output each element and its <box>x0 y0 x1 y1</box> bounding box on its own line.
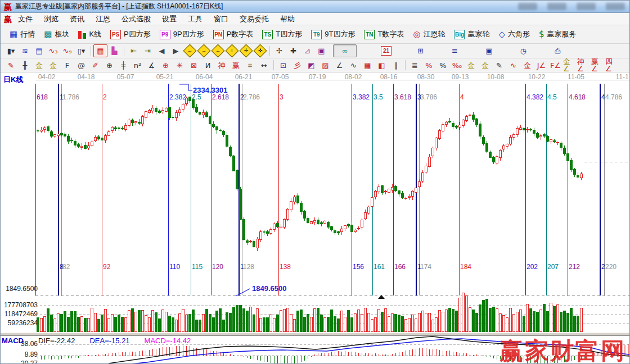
toolbar-button-p-square[interactable]: PSP四方形 <box>106 27 155 42</box>
toolbar-button-range-measure[interactable]: ↔ <box>257 59 271 72</box>
toolbar-button-pan-hand[interactable]: ✢ <box>272 44 286 57</box>
toolbar-button-pen-tool[interactable]: ✎ <box>4 59 18 72</box>
toolbar-button-save[interactable]: ▣ <box>482 44 496 57</box>
toolbar-button-shen-angle[interactable]: 神∠ <box>577 59 591 72</box>
toolbar-button-kline-period-select[interactable]: ▮▾ <box>4 44 18 57</box>
toolbar-button-fibonacci-lines[interactable]: F <box>60 59 74 72</box>
toolbar-button-number-grid[interactable]: ⌗ <box>243 59 257 72</box>
toolbar-button-calculator[interactable]: ⊞ <box>413 44 428 57</box>
toolbar-button-spiral-tool[interactable]: @ <box>74 59 88 72</box>
toolbar-button-clip-tool[interactable]: ▣ <box>314 44 328 57</box>
toolbar-button-crosshair[interactable]: ✚ <box>286 44 300 57</box>
toolbar-button-p-number-table[interactable]: PNP数字表 <box>209 27 258 42</box>
toolbar-button-pen-ruler[interactable]: ✐ <box>88 59 102 72</box>
toolbar-button-j-angle[interactable]: J∠ <box>534 59 548 72</box>
toolbar-button-ying-lines[interactable]: 赢 <box>229 59 243 72</box>
menu-item-帮助[interactable]: 帮助 <box>275 13 300 25</box>
toolbar-button-percent-tool[interactable]: % <box>436 59 450 72</box>
toolbar-button-diagonal-square[interactable]: ▨ <box>318 59 332 72</box>
toolbar-button-star-tool[interactable]: ✳ <box>173 59 187 72</box>
toolbar-button-go-last[interactable]: ⇥ <box>141 44 155 57</box>
menu-item-工具[interactable]: 工具 <box>183 13 208 25</box>
toolbar-button-gann-square[interactable]: ⊠ <box>187 59 201 72</box>
toolbar-button-expand-vertical[interactable]: ↕ <box>225 44 239 57</box>
toolbar-button-gold-vertical-2[interactable]: 金 <box>46 59 60 72</box>
toolbar-button-gold-vertical-1[interactable]: 金 <box>32 59 46 72</box>
toolbar-button-gold-line[interactable]: 金 <box>478 59 492 72</box>
window-control-button[interactable] <box>577 3 596 10</box>
toolbar-button-gann-tool-active[interactable]: ▦ <box>93 44 107 57</box>
toolbar-button-t-square[interactable]: TST四方形 <box>258 27 307 42</box>
toolbar-button-price-scale[interactable]: ≣ <box>408 59 422 72</box>
toolbar-button-angle-tool[interactable]: ∡ <box>145 59 159 72</box>
toolbar-button-go-first[interactable]: ⇤ <box>127 44 141 57</box>
toolbar-button-band-wave[interactable]: ∿ <box>506 59 520 72</box>
toolbar-button-grid-corner[interactable]: ◧ <box>375 59 389 72</box>
toolbar-button-refresh-time[interactable]: ◷ <box>516 44 530 57</box>
window-control-button[interactable] <box>606 3 625 10</box>
toolbar-button-shen-lines[interactable]: 神 <box>215 59 229 72</box>
toolbar-button-zoom-in-all[interactable]: ✜ <box>253 44 267 57</box>
toolbar-button-calendar[interactable]: 21 <box>379 44 393 57</box>
toolbar-button-shift-right[interactable]: → <box>197 44 211 57</box>
toolbar-button-sectors[interactable]: ▩板块 <box>39 27 74 42</box>
toolbar-button-step-back[interactable]: ◀ <box>155 44 169 57</box>
toolbar-button-info-note[interactable]: ▤ <box>32 44 46 57</box>
toolbar-button-gann-wheel[interactable]: ◎江恩轮 <box>408 27 449 42</box>
toolbar-button-percent-retracement[interactable]: % <box>422 59 436 72</box>
menu-item-浏览[interactable]: 浏览 <box>39 13 64 25</box>
toolbar-button-wave-9[interactable]: ∿₉ <box>60 44 74 57</box>
toolbar-button-9p-square[interactable]: P99P四方形 <box>155 27 209 42</box>
toolbar-button-si-angle[interactable]: 四∠ <box>605 59 619 72</box>
toolbar-button-hexagon[interactable]: ◇六角形 <box>494 27 534 42</box>
menu-item-交易委托[interactable]: 交易委托 <box>235 13 274 25</box>
toolbar-button-trend-angle[interactable]: ∠ <box>332 59 346 72</box>
toolbar-button-parallel-lines[interactable]: ∥ <box>389 59 403 72</box>
toolbar-button-time-cycle[interactable]: ⊕ <box>102 59 116 72</box>
toolbar-button-quotes[interactable]: ▦行情 <box>5 27 39 42</box>
menu-item-江恩[interactable]: 江恩 <box>91 13 115 25</box>
toolbar-button-vertical-lines[interactable]: ╫ <box>18 59 32 72</box>
toolbar-button-shift-left[interactable]: ← <box>183 44 197 57</box>
menu-item-设置[interactable]: 设置 <box>157 13 182 25</box>
toolbar-button-9t-square[interactable]: T99T四方形 <box>307 27 359 42</box>
toolbar-button-gold-band[interactable]: 金 <box>520 59 534 72</box>
toolbar-button-zoom-out-all[interactable]: ✛ <box>239 44 253 57</box>
menu-item-资讯[interactable]: 资讯 <box>65 13 89 25</box>
toolbar-button-overlay-chart[interactable]: ≋ <box>18 44 32 57</box>
toolbar-button-grid-tool[interactable]: ▦ <box>361 59 375 72</box>
toolbar-button-gold-circle[interactable]: 金 <box>464 59 478 72</box>
toolbar-button-kline[interactable]: K线 <box>74 27 106 42</box>
menu-item-窗口[interactable]: 窗口 <box>209 13 233 25</box>
menu-item-文件[interactable]: 文件 <box>13 13 38 25</box>
window-control-button[interactable] <box>547 3 566 10</box>
toolbar-button-winner-wheel[interactable]: Big赢家轮 <box>449 27 494 42</box>
toolbar-button-zoom-region[interactable]: ⊿ <box>300 44 314 57</box>
toolbar-button-browse-view[interactable]: ∞ <box>333 44 357 57</box>
window-control-button[interactable] <box>518 3 537 10</box>
menu-item-公式选股[interactable]: 公式选股 <box>116 13 156 25</box>
toolbar-button-t-number-table[interactable]: TNT数字表 <box>359 27 408 42</box>
toolbar-button-gold-angle[interactable]: 金∠ <box>562 59 577 72</box>
toolbar-button-print[interactable]: ⎙ <box>551 44 565 57</box>
toolbar-button-gann-fan[interactable]: 彡 <box>290 59 304 72</box>
toolbar-button-ying-angle[interactable]: 赢∠ <box>591 59 605 72</box>
toolbar-button-fan-square[interactable]: ◩ <box>304 59 318 72</box>
toolbar-button-hash-lines[interactable]: ╪ <box>116 59 130 72</box>
toolbar-button-step-forward[interactable]: ▶ <box>169 44 183 57</box>
toolbar-button-colored-volume[interactable]: ▙ <box>107 44 122 57</box>
toolbar-button-candle-style-select[interactable]: ▯▾ <box>74 44 88 57</box>
toolbar-button-expand-horizontal[interactable]: ↔ <box>211 44 225 57</box>
chart-canvas[interactable]: 日K线 2334.3301 1849.6500 MACD DIF=-22.42 … <box>1 72 630 364</box>
toolbar-button-f-angle[interactable]: F∠ <box>548 59 562 72</box>
toolbar-button-circle-cross[interactable]: ⊕ <box>159 59 173 72</box>
toolbar-button-zigzag-tool[interactable]: ∿ <box>346 59 361 72</box>
toolbar-button-notes-document[interactable]: ≡ <box>448 44 462 57</box>
toolbar-button-winner-service[interactable]: $赢家服务 <box>534 27 581 42</box>
toolbar-button-box-frame[interactable]: ⊡ <box>276 59 290 72</box>
toolbar-button-percent-line[interactable]: ‰ <box>450 59 464 72</box>
toolbar-button-n-square[interactable]: n² <box>130 59 145 72</box>
toolbar-button-candle-pen[interactable]: ✎ <box>492 59 506 72</box>
toolbar-button-wave-count[interactable]: И <box>201 59 215 72</box>
toolbar-button-wave-3[interactable]: ∿₃ <box>46 44 60 57</box>
